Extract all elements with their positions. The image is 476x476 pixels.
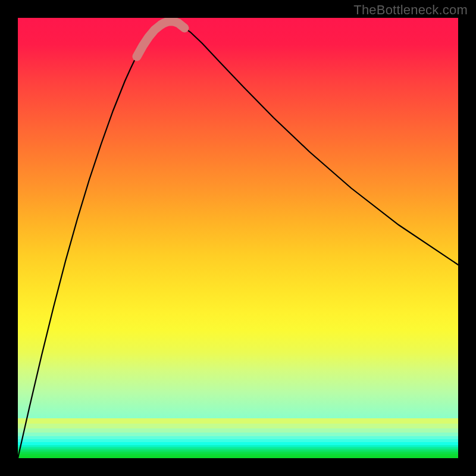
bottleneck-curve (18, 21, 458, 458)
curve-overlay-svg (18, 18, 458, 458)
chart-plot-area (18, 18, 458, 458)
watermark-text: TheBottleneck.com (353, 2, 468, 18)
low-fit-highlight (137, 21, 184, 57)
